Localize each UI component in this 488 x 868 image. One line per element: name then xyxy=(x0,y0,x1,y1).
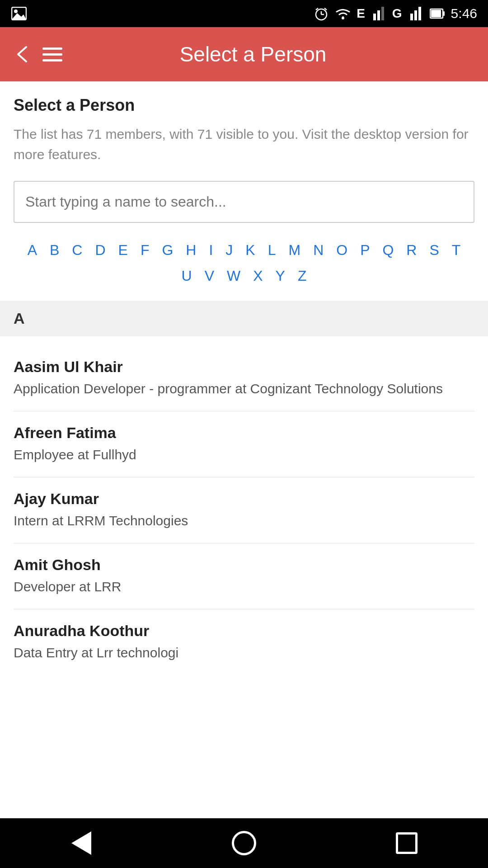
alpha-letter-k[interactable]: K xyxy=(239,239,261,261)
alpha-letter-e[interactable]: E xyxy=(112,239,134,261)
person-name: Ajay Kumar xyxy=(14,490,474,508)
person-role: Data Entry at Lrr technologi xyxy=(14,643,474,662)
alpha-letter-g[interactable]: G xyxy=(155,239,179,261)
person-name: Amit Ghosh xyxy=(14,556,474,574)
alpha-letter-s[interactable]: S xyxy=(423,239,445,261)
alpha-letter-c[interactable]: C xyxy=(66,239,89,261)
alarm-icon xyxy=(313,5,329,22)
alpha-letter-z[interactable]: Z xyxy=(291,265,313,287)
nav-home-button[interactable] xyxy=(221,825,267,861)
alpha-letter-x[interactable]: X xyxy=(247,265,269,287)
svg-rect-13 xyxy=(414,10,417,20)
menu-button[interactable] xyxy=(42,47,62,61)
recents-square-icon xyxy=(396,832,418,854)
svg-rect-16 xyxy=(431,10,441,17)
wifi-icon xyxy=(335,5,351,22)
person-role: Intern at LRRM Technologies xyxy=(14,511,474,530)
alpha-letter-o[interactable]: O xyxy=(330,239,354,261)
alpha-letter-y[interactable]: Y xyxy=(269,265,291,287)
nav-recents-button[interactable] xyxy=(384,825,429,861)
status-bar: E G 5:46 xyxy=(0,0,488,27)
menu-line-3 xyxy=(42,59,62,61)
back-button[interactable] xyxy=(14,45,32,63)
svg-rect-9 xyxy=(373,14,376,20)
menu-line-1 xyxy=(42,47,62,50)
svg-rect-17 xyxy=(443,11,445,16)
network-e-label: E xyxy=(357,6,365,21)
person-item[interactable]: Afreen FatimaEmployee at Fullhyd xyxy=(14,411,474,477)
alpha-letter-d[interactable]: D xyxy=(89,239,112,261)
status-bar-right: E G 5:46 xyxy=(313,5,477,22)
person-role: Application Developer - programmer at Co… xyxy=(14,379,474,398)
signal2-icon xyxy=(408,5,424,22)
person-list: Aasim Ul KhairApplication Developer - pr… xyxy=(14,345,474,675)
nav-back-button[interactable] xyxy=(59,825,104,861)
person-item[interactable]: Ajay KumarIntern at LRRM Technologies xyxy=(14,477,474,543)
image-icon xyxy=(11,5,27,22)
person-name: Anuradha Koothur xyxy=(14,622,474,640)
svg-rect-11 xyxy=(381,7,384,20)
person-role: Developer at LRR xyxy=(14,577,474,596)
alpha-letter-u[interactable]: U xyxy=(175,265,198,287)
alpha-letter-l[interactable]: L xyxy=(262,239,282,261)
main-content: Select a Person The list has 71 members,… xyxy=(0,81,488,818)
alpha-letter-j[interactable]: J xyxy=(219,239,239,261)
app-bar-title: Select a Person xyxy=(80,42,426,66)
alpha-letter-q[interactable]: Q xyxy=(376,239,400,261)
battery-icon xyxy=(429,5,446,22)
svg-rect-12 xyxy=(410,14,413,20)
alphabet-navigation: ABCDEFGHIJKLMNOPQRSTUVWXYZ xyxy=(14,239,474,287)
alpha-letter-b[interactable]: B xyxy=(43,239,66,261)
alpha-letter-h[interactable]: H xyxy=(179,239,202,261)
svg-point-8 xyxy=(342,17,344,19)
menu-line-2 xyxy=(42,53,62,56)
section-header-a: A xyxy=(0,301,488,336)
person-item[interactable]: Aasim Ul KhairApplication Developer - pr… xyxy=(14,345,474,411)
svg-rect-10 xyxy=(377,10,380,20)
person-item[interactable]: Amit GhoshDeveloper at LRR xyxy=(14,543,474,609)
svg-point-1 xyxy=(14,9,18,13)
alpha-letter-v[interactable]: V xyxy=(198,265,221,287)
home-circle-icon xyxy=(232,831,256,855)
bottom-nav-bar xyxy=(0,818,488,868)
alpha-letter-w[interactable]: W xyxy=(221,265,247,287)
page-heading: Select a Person xyxy=(14,96,474,115)
person-item[interactable]: Anuradha KoothurData Entry at Lrr techno… xyxy=(14,609,474,675)
page-description: The list has 71 members, with 71 visible… xyxy=(14,124,474,165)
person-name: Afreen Fatima xyxy=(14,424,474,442)
alpha-letter-n[interactable]: N xyxy=(307,239,330,261)
alpha-letter-a[interactable]: A xyxy=(21,239,43,261)
time-display: 5:46 xyxy=(451,6,477,21)
alpha-letter-p[interactable]: P xyxy=(354,239,376,261)
svg-marker-2 xyxy=(12,13,26,19)
person-role: Employee at Fullhyd xyxy=(14,445,474,464)
network-g-label: G xyxy=(392,6,402,21)
signal-icon xyxy=(371,5,387,22)
alpha-letter-f[interactable]: F xyxy=(134,239,156,261)
search-input[interactable] xyxy=(14,181,474,223)
alpha-letter-r[interactable]: R xyxy=(400,239,423,261)
back-triangle-icon xyxy=(71,831,91,855)
alpha-letter-i[interactable]: I xyxy=(202,239,219,261)
alpha-letter-m[interactable]: M xyxy=(282,239,307,261)
alpha-letter-t[interactable]: T xyxy=(446,239,467,261)
person-name: Aasim Ul Khair xyxy=(14,358,474,376)
status-bar-left xyxy=(11,5,27,22)
app-bar: Select a Person xyxy=(0,27,488,81)
svg-rect-14 xyxy=(418,7,421,20)
